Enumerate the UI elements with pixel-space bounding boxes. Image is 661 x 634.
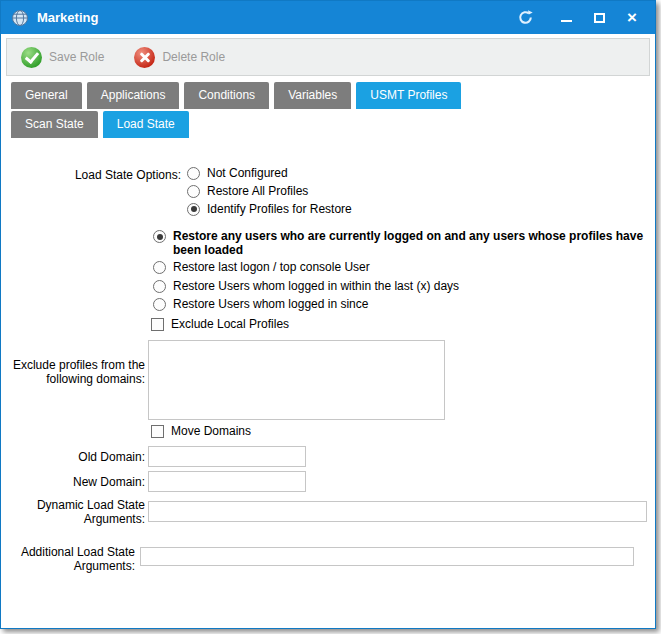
save-role-label: Save Role xyxy=(49,50,104,64)
delete-x-icon xyxy=(134,47,155,68)
radio-icon[interactable] xyxy=(187,185,200,198)
old-domain-label: Old Domain: xyxy=(9,450,145,464)
delete-role-button[interactable]: Delete Role xyxy=(134,47,225,68)
radio-label: Restore last logon / top console User xyxy=(173,260,370,274)
tab-usmt-profiles[interactable]: USMT Profiles xyxy=(356,82,461,109)
radio-option-not-configured[interactable]: Not Configured xyxy=(187,166,288,180)
radio-icon[interactable] xyxy=(153,230,166,243)
checkbox-icon[interactable] xyxy=(151,425,164,438)
toolbar: Save Role Delete Role xyxy=(6,38,650,76)
new-domain-label: New Domain: xyxy=(9,475,145,489)
radio-restore-last-x-days[interactable]: Restore Users whom logged in within the … xyxy=(153,279,459,293)
radio-restore-logged-on-users[interactable]: Restore any users who are currently logg… xyxy=(153,229,649,257)
radio-icon[interactable] xyxy=(187,203,200,216)
radio-option-restore-all-profiles[interactable]: Restore All Profiles xyxy=(187,184,308,198)
additional-args-label: Additional Load State Arguments: xyxy=(5,545,135,573)
radio-restore-logged-in-since[interactable]: Restore Users whom logged in since xyxy=(153,297,368,311)
close-icon: × xyxy=(627,9,637,26)
tab-applications[interactable]: Applications xyxy=(87,82,180,109)
old-domain-input[interactable] xyxy=(148,446,306,467)
radio-label: Restore All Profiles xyxy=(207,184,308,198)
radio-icon[interactable] xyxy=(153,261,166,274)
radio-label: Restore Users whom logged in since xyxy=(173,297,368,311)
dynamic-args-label: Dynamic Load State Arguments: xyxy=(9,498,145,526)
checkbox-icon[interactable] xyxy=(151,318,164,331)
minimize-icon xyxy=(561,20,572,22)
exclude-domains-textarea[interactable] xyxy=(148,340,445,420)
refresh-icon xyxy=(517,9,534,26)
tab-variables[interactable]: Variables xyxy=(274,82,351,109)
radio-icon[interactable] xyxy=(153,280,166,293)
minimize-button[interactable] xyxy=(553,6,579,30)
load-state-options-label: Load State Options: xyxy=(31,168,181,182)
checkbox-label: Move Domains xyxy=(171,424,251,438)
tab-scan-state[interactable]: Scan State xyxy=(11,111,98,138)
move-domains-checkbox[interactable]: Move Domains xyxy=(151,424,251,438)
save-role-button[interactable]: Save Role xyxy=(21,47,104,68)
dynamic-args-input[interactable] xyxy=(148,501,647,522)
radio-icon[interactable] xyxy=(187,167,200,180)
maximize-icon xyxy=(594,13,605,23)
window-title: Marketing xyxy=(37,10,505,25)
app-globe-icon xyxy=(11,9,29,27)
radio-option-identify-profiles[interactable]: Identify Profiles for Restore xyxy=(187,202,352,216)
new-domain-input[interactable] xyxy=(148,471,306,492)
tab-conditions[interactable]: Conditions xyxy=(184,82,269,109)
exclude-local-profiles-checkbox[interactable]: Exclude Local Profiles xyxy=(151,317,289,331)
tab-general[interactable]: General xyxy=(11,82,82,109)
additional-args-input[interactable] xyxy=(140,547,634,566)
checkbox-label: Exclude Local Profiles xyxy=(171,317,289,331)
radio-label: Not Configured xyxy=(207,166,288,180)
radio-label: Restore any users who are currently logg… xyxy=(173,229,649,257)
marketing-window: Marketing × Save Role Delete Role Genera… xyxy=(0,0,656,629)
titlebar: Marketing × xyxy=(1,1,655,34)
sub-tab-strip: Scan State Load State xyxy=(11,111,189,138)
main-tab-strip: General Applications Conditions Variable… xyxy=(11,82,461,109)
radio-label: Restore Users whom logged in within the … xyxy=(173,279,459,293)
exclude-domains-label: Exclude profiles from the following doma… xyxy=(9,358,145,386)
close-button[interactable]: × xyxy=(619,6,645,30)
radio-icon[interactable] xyxy=(153,298,166,311)
delete-role-label: Delete Role xyxy=(162,50,225,64)
refresh-button[interactable] xyxy=(512,6,538,30)
maximize-button[interactable] xyxy=(586,6,612,30)
radio-label: Identify Profiles for Restore xyxy=(207,202,352,216)
save-check-icon xyxy=(21,47,42,68)
radio-restore-last-logon[interactable]: Restore last logon / top console User xyxy=(153,260,370,274)
tab-load-state[interactable]: Load State xyxy=(103,111,189,138)
